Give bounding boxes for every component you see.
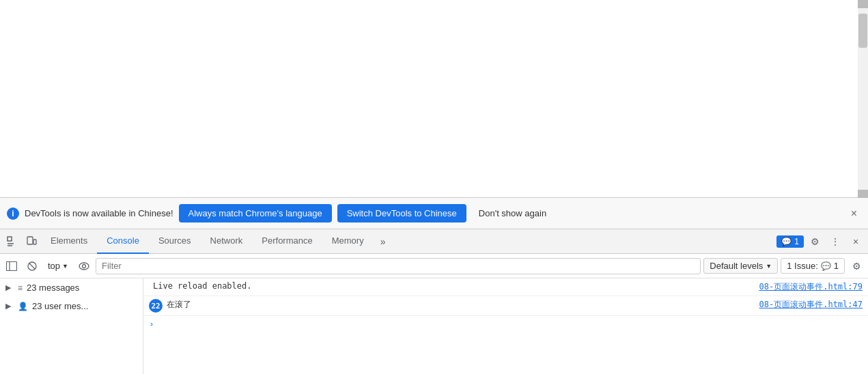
settings-button[interactable]: ⚙ [805, 232, 824, 251]
console-sidebar: ▶ ≡ 23 messages ▶ 👤 23 user mes... [0, 278, 143, 374]
tab-elements[interactable]: Elements [41, 229, 97, 254]
console-prompt-chevron[interactable]: › [149, 319, 154, 329]
more-options-button[interactable]: ⋮ [826, 232, 845, 251]
devtools-tabs-bar: Elements Console Sources Network Perform… [0, 229, 868, 254]
issue-chat-icon: 💬 [821, 261, 831, 271]
devtools-toolbar-right: 💬 1 ⚙ ⋮ × [776, 232, 865, 251]
expand-arrow: ▶ [5, 283, 14, 292]
console-filter-input[interactable] [96, 258, 701, 274]
svg-point-9 [79, 263, 89, 270]
close-devtools-button[interactable]: × [846, 232, 865, 251]
more-tabs-button[interactable]: » [374, 232, 393, 251]
messages-count: 1 [794, 237, 799, 246]
scrollbar-arrow-down[interactable] [858, 190, 868, 198]
default-levels-label: Default levels [710, 261, 763, 271]
info-icon: i [7, 207, 19, 220]
log-link-scroll[interactable]: 08-页面滚动事件.html:47 [759, 299, 863, 311]
issue-count: 1 [834, 261, 839, 271]
messages-count-label: 23 messages [27, 283, 79, 293]
log-row-live-reload: Live reload enabled. 08-页面滚动事件.html:79 [143, 278, 868, 296]
console-main-area: ▶ ≡ 23 messages ▶ 👤 23 user mes... Live … [0, 278, 868, 374]
user-icon: 👤 [18, 302, 28, 311]
issue-text: 1 Issue: [787, 261, 818, 271]
console-settings-button[interactable]: ⚙ [848, 257, 865, 275]
log-text-scroll: 在滚了 [167, 299, 755, 311]
svg-line-8 [29, 263, 36, 269]
svg-point-10 [83, 264, 86, 268]
svg-rect-3 [27, 237, 33, 244]
tab-memory[interactable]: Memory [322, 229, 374, 254]
expand-arrow: ▶ [5, 302, 14, 311]
user-messages-label: 23 user mes... [32, 301, 88, 311]
switch-chinese-button[interactable]: Switch DevTools to Chinese [337, 204, 466, 222]
javascript-context-selector[interactable]: top ▼ [44, 259, 72, 273]
always-match-button[interactable]: Always match Chrome's language [179, 204, 332, 222]
clear-console-button[interactable] [23, 257, 41, 275]
show-sidebar-button[interactable] [3, 257, 20, 275]
console-messages-area[interactable]: Live reload enabled. 08-页面滚动事件.html:79 2… [143, 278, 868, 374]
log-count-badge: 22 [149, 299, 163, 313]
chevron-down-icon: ▼ [62, 263, 68, 270]
log-row-scroll: 22 在滚了 08-页面滚动事件.html:47 [143, 296, 868, 316]
console-prompt-row[interactable]: › [143, 316, 868, 332]
tab-sources[interactable]: Sources [149, 229, 201, 254]
all-messages-item[interactable]: ▶ ≡ 23 messages [0, 278, 143, 297]
tab-network[interactable]: Network [201, 229, 253, 254]
svg-rect-4 [33, 240, 36, 244]
scrollbar-arrow-up[interactable] [858, 0, 868, 8]
log-link-live-reload[interactable]: 08-页面滚动事件.html:79 [759, 281, 863, 293]
notification-bar: i DevTools is now available in Chinese! … [0, 198, 868, 229]
messages-badge-button[interactable]: 💬 1 [776, 235, 804, 248]
svg-rect-0 [8, 237, 12, 241]
log-text-live-reload: Live reload enabled. [153, 281, 755, 291]
chat-icon: 💬 [781, 237, 792, 246]
scrollbar-handle[interactable] [858, 14, 867, 48]
device-toolbar-button[interactable] [22, 232, 41, 251]
user-messages-item[interactable]: ▶ 👤 23 user mes... [0, 297, 143, 315]
list-icon: ≡ [18, 283, 23, 293]
browser-content [0, 0, 868, 198]
top-label: top [48, 261, 60, 271]
scrollbar-track[interactable] [858, 0, 868, 198]
svg-rect-5 [7, 261, 17, 270]
tab-performance[interactable]: Performance [252, 229, 322, 254]
default-levels-button[interactable]: Default levels ▼ [703, 258, 778, 274]
dont-show-button[interactable]: Don't show again [472, 204, 553, 222]
dropdown-icon: ▼ [766, 263, 772, 270]
eye-button[interactable] [75, 257, 93, 275]
console-toolbar: top ▼ Default levels ▼ 1 Issue: 💬 1 ⚙ [0, 254, 868, 278]
notification-text: DevTools is now available in Chinese! [25, 208, 173, 218]
inspect-element-button[interactable] [3, 232, 22, 251]
issues-counter-button[interactable]: 1 Issue: 💬 1 [781, 258, 845, 274]
tab-console[interactable]: Console [97, 229, 149, 254]
notification-close-button[interactable]: × [847, 206, 861, 221]
